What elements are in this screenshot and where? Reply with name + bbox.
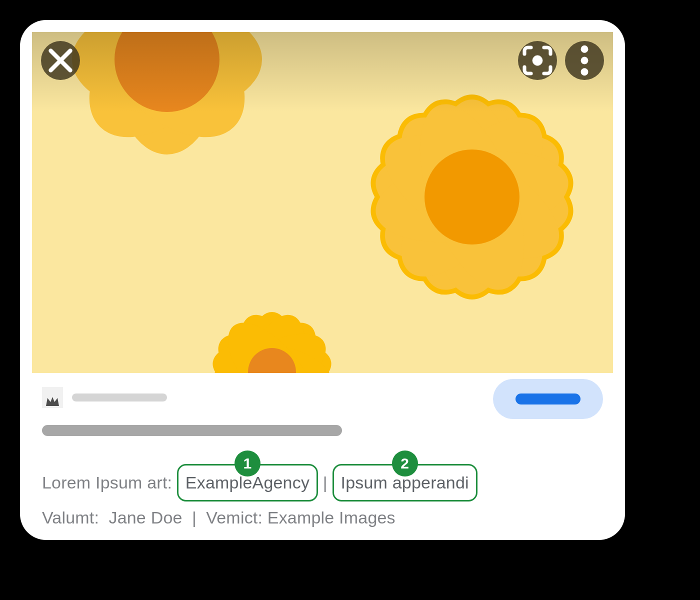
svg-point-38: [581, 68, 588, 76]
source-favicon: [42, 387, 63, 408]
svg-point-36: [581, 46, 588, 53]
credit-value-2: Jane Doe: [108, 508, 182, 527]
image-credits: Lorem Ipsum art: 1 ExampleAgency | 2 Ips…: [20, 436, 625, 530]
svg-point-24: [424, 150, 520, 244]
overflow-menu-button[interactable]: [565, 41, 604, 80]
image-viewer-card: Lorem Ipsum art: 1 ExampleAgency | 2 Ips…: [20, 20, 625, 540]
credit-label: Lorem Ipsum art:: [42, 473, 172, 492]
callout-2: 2 Ipsum apperandi: [332, 464, 478, 502]
close-button[interactable]: [41, 41, 80, 80]
callout-2-badge: 2: [392, 450, 418, 476]
more-vert-icon: [565, 41, 604, 80]
svg-point-5: [114, 32, 220, 112]
credit-separator: |: [323, 473, 328, 492]
credit-value-3: Example Images: [268, 508, 396, 527]
title-placeholder: [42, 425, 342, 436]
callout-1-badge: 1: [234, 450, 260, 476]
lens-button[interactable]: [518, 41, 557, 80]
close-icon: [41, 41, 80, 80]
crown-icon: [45, 396, 60, 407]
lens-icon: [518, 41, 557, 80]
svg-point-35: [532, 56, 543, 66]
action-label-placeholder: [516, 394, 580, 404]
source-name-placeholder: [72, 394, 167, 402]
credit-label-2: Valumt:: [42, 508, 99, 527]
svg-point-3: [72, 32, 262, 114]
meta-row: [20, 373, 625, 436]
credit-label-3: Vemict:: [206, 508, 262, 527]
action-button[interactable]: [493, 379, 603, 419]
callout-1: 1 ExampleAgency: [177, 464, 318, 502]
flowers-illustration: [32, 32, 613, 373]
svg-point-37: [581, 57, 588, 64]
credit-separator-2: |: [192, 508, 196, 527]
hero-image: [32, 32, 613, 373]
